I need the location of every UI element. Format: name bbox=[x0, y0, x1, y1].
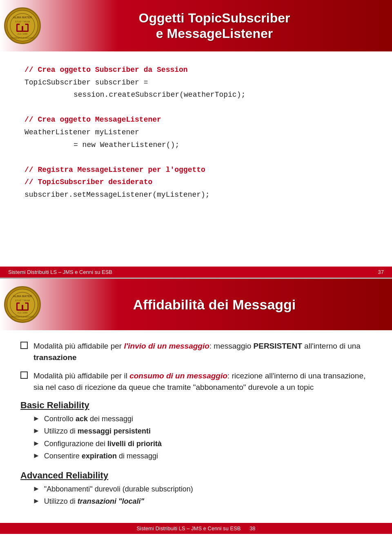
basic-item-2: ► Utilizzo di messaggi persistenti bbox=[33, 426, 372, 436]
advanced-reliability-title: Advanced Reliability bbox=[20, 470, 372, 481]
slide1-header: ALMA MATER STUDIORUM A.D. 1088 UNIVERSIT… bbox=[0, 0, 392, 51]
svg-text:ALMA MATER: ALMA MATER bbox=[13, 16, 32, 19]
logo-1: ALMA MATER STUDIORUM A.D. 1088 UNIVERSIT… bbox=[4, 7, 41, 44]
basic-bold-1: ack bbox=[76, 415, 88, 423]
slide2-title-text: Affidabilità dei Messaggi bbox=[49, 296, 380, 313]
basic-item-3-text: Configurazione dei livelli di priorità bbox=[44, 439, 162, 449]
bullet2-before: Modalità più affidabile per il bbox=[33, 371, 129, 380]
advanced-item-1-text: "Abbonamenti" durevoli (durable subscrip… bbox=[44, 484, 193, 494]
arrow-icon-4: ► bbox=[33, 451, 40, 460]
basic-item-4: ► Consentire expiration di messaggi bbox=[33, 451, 372, 461]
comment-1: // Crea oggetto Subscriber da Session bbox=[24, 66, 188, 74]
arrow-icon-1: ► bbox=[33, 414, 40, 423]
code-6: = new WeatherListener(); bbox=[74, 141, 179, 149]
advanced-bold-1: transazioni "locali" bbox=[78, 497, 144, 505]
svg-text:ALMA MATER: ALMA MATER bbox=[13, 295, 32, 298]
bullet-item-1: Modalità più affidabile per l'invio di u… bbox=[20, 340, 372, 363]
slide1-page-number: 37 bbox=[378, 269, 384, 275]
comment-2: // Crea oggetto MessageListener bbox=[24, 116, 161, 124]
code-line-8: // TopicSubscriber desiderato bbox=[24, 176, 368, 189]
svg-text:UNIVERSITÀ DI BOLOGNA: UNIVERSITÀ DI BOLOGNA bbox=[10, 37, 36, 39]
arrow-icon-3: ► bbox=[33, 439, 40, 448]
slide1-title-line2: e MessageListener bbox=[49, 26, 380, 41]
basic-bold-3: livelli di priorità bbox=[107, 440, 162, 448]
arrow-icon-6: ► bbox=[33, 497, 40, 505]
code-block: // Crea oggetto Subscriber da Session To… bbox=[24, 64, 368, 201]
code-line-2: TopicSubscriber subscriber = bbox=[24, 76, 368, 89]
basic-bold-2: messaggi persistenti bbox=[78, 427, 151, 435]
bullet1-bold: PERSISTENT bbox=[254, 342, 302, 350]
bullet1-before: Modalità più affidabile per bbox=[33, 342, 124, 350]
code-line-1: // Crea oggetto Subscriber da Session bbox=[24, 64, 368, 76]
bullet-item-2: Modalità più affidabile per il consumo d… bbox=[20, 370, 372, 393]
arrow-icon-5: ► bbox=[33, 485, 40, 493]
comment-4: // TopicSubscriber desiderato bbox=[24, 178, 152, 186]
checkbox-2 bbox=[20, 371, 28, 379]
slide2-header: ALMA MATER STUDIORUM A.D. 1088 UNIVERSIT… bbox=[0, 279, 392, 330]
code-line-5: WeatherListener myListener bbox=[24, 126, 368, 139]
bullet1-end: all'interno di una bbox=[302, 342, 361, 350]
svg-point-8 bbox=[21, 21, 24, 24]
bullet1-bold2: transazione bbox=[33, 353, 77, 362]
bullet-text-1: Modalità più affidabile per l'invio di u… bbox=[33, 340, 372, 363]
slide-2: ALMA MATER STUDIORUM A.D. 1088 UNIVERSIT… bbox=[0, 279, 392, 558]
basic-item-1: ► Controllo ack dei messaggi bbox=[33, 414, 372, 424]
slide2-title: Affidabilità dei Messaggi bbox=[49, 296, 380, 313]
slide1-title-line1: Oggetti TopicSubscriber bbox=[49, 10, 380, 26]
bullet1-italic: l'invio di un messaggio bbox=[124, 342, 209, 350]
slide2-footer-text: Sistemi Distribuiti LS – JMS e Cenni su … bbox=[136, 525, 241, 531]
basic-reliability-title: Basic Reliability bbox=[20, 400, 372, 411]
code-line-6: = new WeatherListener(); bbox=[24, 139, 368, 151]
code-2: TopicSubscriber subscriber = bbox=[24, 78, 148, 87]
code-line-9: subscriber.setMessageListener(myListener… bbox=[24, 189, 368, 201]
slide2-footer: Sistemi Distribuiti LS – JMS e Cenni su … bbox=[0, 523, 392, 534]
slide-1: ALMA MATER STUDIORUM A.D. 1088 UNIVERSIT… bbox=[0, 0, 392, 279]
advanced-item-1: ► "Abbonamenti" durevoli (durable subscr… bbox=[33, 484, 372, 494]
svg-text:UNIVERSITÀ DI BOLOGNA: UNIVERSITÀ DI BOLOGNA bbox=[10, 316, 36, 318]
svg-point-19 bbox=[21, 300, 24, 303]
slide1-footer-text: Sistemi Distribuiti LS – JMS e Cenni su … bbox=[8, 269, 112, 275]
slide1-content: // Crea oggetto Subscriber da Session To… bbox=[0, 51, 392, 209]
code-line-7: // Registra MessageListener per l'oggett… bbox=[24, 164, 368, 176]
code-line-3: session.createSubscriber(weatherTopic); bbox=[24, 89, 368, 101]
arrow-icon-2: ► bbox=[33, 427, 40, 435]
comment-3: // Registra MessageListener per l'oggett… bbox=[24, 166, 205, 174]
basic-item-4-text: Consentire expiration di messaggi bbox=[44, 451, 158, 461]
basic-item-2-text: Utilizzo di messaggi persistenti bbox=[44, 426, 151, 436]
bullet-text-2: Modalità più affidabile per il consumo d… bbox=[33, 370, 372, 393]
code-5: WeatherListener myListener bbox=[24, 128, 139, 136]
checkbox-1 bbox=[20, 342, 28, 349]
basic-bold-4: expiration bbox=[82, 452, 117, 460]
basic-item-1-text: Controllo ack dei messaggi bbox=[44, 414, 133, 424]
svg-text:A.D. 1088: A.D. 1088 bbox=[18, 33, 27, 35]
slide2-content: Modalità più affidabile per l'invio di u… bbox=[0, 330, 392, 517]
slide1-title: Oggetti TopicSubscriber e MessageListene… bbox=[49, 10, 380, 42]
code-3: session.createSubscriber(weatherTopic); bbox=[74, 91, 245, 99]
code-9: subscriber.setMessageListener(myListener… bbox=[24, 191, 210, 199]
advanced-item-2-text: Utilizzo di transazioni "locali" bbox=[44, 496, 144, 507]
slide2-page-number: 38 bbox=[249, 525, 255, 531]
advanced-item-2: ► Utilizzo di transazioni "locali" bbox=[33, 496, 372, 507]
svg-text:A.D. 1088: A.D. 1088 bbox=[18, 311, 27, 314]
code-line-4: // Crea oggetto MessageListener bbox=[24, 113, 368, 126]
bullet2-italic: consumo di un messaggio bbox=[129, 371, 227, 380]
logo-2: ALMA MATER STUDIORUM A.D. 1088 UNIVERSIT… bbox=[4, 286, 41, 323]
slide1-footer: Sistemi Distribuiti LS – JMS e Cenni su … bbox=[0, 267, 392, 278]
basic-item-3: ► Configurazione dei livelli di priorità bbox=[33, 439, 372, 449]
bullet1-after: : messaggio bbox=[209, 342, 254, 350]
